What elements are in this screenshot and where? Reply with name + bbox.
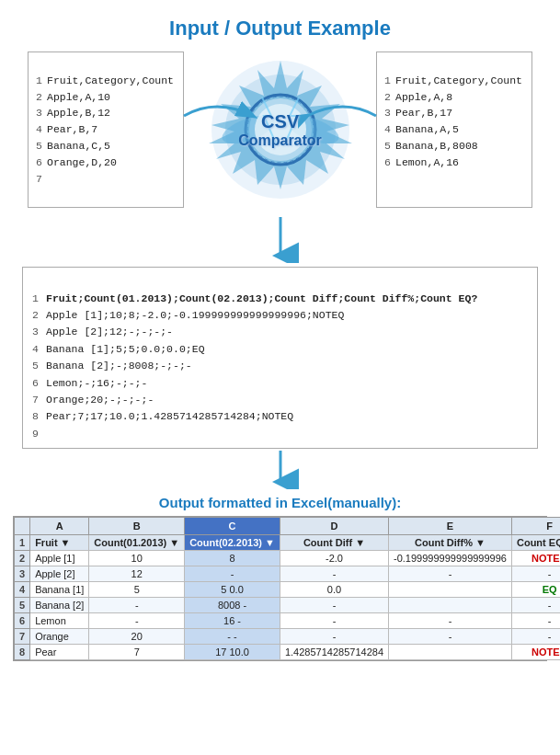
row-6-num: 6 <box>15 613 30 629</box>
cell-fruit-5: Banana [2] <box>30 598 89 613</box>
cell-fruit-8: Pear <box>30 645 89 660</box>
header-count02: Count(02.2013) ▼ <box>185 535 280 551</box>
cell-c01-5: - <box>89 598 185 613</box>
col-e-header: E <box>389 518 512 535</box>
table-row: 7 Orange 20 - - - - - <box>15 629 561 645</box>
input-right-csv: 1Fruit,Category,Count 2Apple,A,8 3Pear,B… <box>376 51 532 208</box>
cell-c02-2: 8 <box>185 551 280 566</box>
header-diff: Count Diff ▼ <box>280 535 388 551</box>
table-row: 8 Pear 7 17 10.0 1.4285714285714284 NOTE… <box>15 645 561 660</box>
row-3-num: 3 <box>15 566 30 582</box>
logo-csv-text: CSV <box>238 111 322 132</box>
cell-diffpct-5 <box>389 598 512 613</box>
col-a-header: A <box>30 518 89 535</box>
cell-diff-6: - <box>280 613 388 629</box>
cell-eq-8: NOTEQ <box>511 645 560 660</box>
table-row: 5 Banana [2] - 8008 - - - <box>15 598 561 613</box>
cell-fruit-6: Lemon <box>30 613 89 629</box>
row-7-num: 7 <box>15 629 30 645</box>
cell-diff-3: - <box>280 566 388 582</box>
cell-c01-6: - <box>89 613 185 629</box>
row-4-num: 4 <box>15 582 30 598</box>
col-d-header: D <box>280 518 388 535</box>
cell-c01-8: 7 <box>89 645 185 660</box>
cell-eq-6: - <box>511 613 560 629</box>
col-b-header: B <box>89 518 185 535</box>
cell-eq-3: - <box>511 566 560 582</box>
io-section: 1Fruit,Category,Count 2Apple,A,10 3Apple… <box>0 51 560 208</box>
cell-fruit-2: Apple [1] <box>30 551 89 566</box>
output-csv-box: 1Fruit;Count(01.2013);Count(02.2013);Cou… <box>22 267 538 449</box>
cell-diffpct-3: - <box>389 566 512 582</box>
cell-diffpct-4 <box>389 582 512 598</box>
cell-c02-8: 17 10.0 <box>185 645 280 660</box>
cell-diff-5: - <box>280 598 388 613</box>
page-title: Input / Output Example <box>0 0 560 51</box>
cell-diffpct-6: - <box>389 613 512 629</box>
cell-c02-4: 5 0.0 <box>185 582 280 598</box>
row-5-num: 5 <box>15 598 30 613</box>
cell-diffpct-8 <box>389 645 512 660</box>
row-1-num: 1 <box>15 535 30 551</box>
logo-comparator-text: Comparator <box>238 132 322 149</box>
header-fruit: Fruit ▼ <box>30 535 89 551</box>
header-eq: Count EQ? ▼ <box>511 535 560 551</box>
col-f-header: F <box>511 518 560 535</box>
cell-c02-5: 8008 - <box>185 598 280 613</box>
col-c-header: C <box>185 518 280 535</box>
col-name-row: 1 Fruit ▼ Count(01.2013) ▼ Count(02.2013… <box>15 535 561 551</box>
header-diffpct: Count Diff% ▼ <box>389 535 512 551</box>
cell-diff-8: 1.4285714285714284 <box>280 645 388 660</box>
cell-c01-3: 12 <box>89 566 185 582</box>
cell-eq-2: NOTEQ <box>511 551 560 566</box>
cell-diff-2: -2.0 <box>280 551 388 566</box>
table-row: 6 Lemon - 16 - - - - <box>15 613 561 629</box>
excel-table-wrap: A B C D E F 1 Fruit ▼ Count(01.2013) ▼ C… <box>13 516 547 661</box>
cell-diffpct-2: -0.199999999999999996 <box>389 551 512 566</box>
cell-diff-4: 0.0 <box>280 582 388 598</box>
cell-eq-4: EQ <box>511 582 560 598</box>
col-corner <box>15 518 30 535</box>
arrow-down-excel <box>0 451 560 489</box>
cell-c01-7: 20 <box>89 629 185 645</box>
excel-table: A B C D E F 1 Fruit ▼ Count(01.2013) ▼ C… <box>14 517 560 660</box>
arrow-down-container <box>0 217 560 263</box>
header-count01: Count(01.2013) ▼ <box>89 535 185 551</box>
cell-fruit-7: Orange <box>30 629 89 645</box>
logo-text: CSV Comparator <box>238 111 322 149</box>
excel-title: Output formatted in Excel(manually): <box>0 495 560 510</box>
table-row: 3 Apple [2] 12 - - - - <box>15 566 561 582</box>
col-letter-row: A B C D E F <box>15 518 561 535</box>
cell-diff-7: - <box>280 629 388 645</box>
row-2-num: 2 <box>15 551 30 566</box>
cell-fruit-3: Apple [2] <box>30 566 89 582</box>
cell-eq-5: - <box>511 598 560 613</box>
cell-fruit-4: Banana [1] <box>30 582 89 598</box>
table-row: 2 Apple [1] 10 8 -2.0 -0.199999999999999… <box>15 551 561 566</box>
arrow-down-svg <box>262 217 299 263</box>
cell-c02-6: 16 - <box>185 613 280 629</box>
input-left-csv: 1Fruit,Category,Count 2Apple,A,10 3Apple… <box>28 51 184 208</box>
cell-c01-4: 5 <box>89 582 185 598</box>
row-8-num: 8 <box>15 645 30 660</box>
cell-c01-2: 10 <box>89 551 185 566</box>
cell-eq-7: - <box>511 629 560 645</box>
table-row: 4 Banana [1] 5 5 0.0 0.0 EQ <box>15 582 561 598</box>
cell-c02-7: - - <box>185 629 280 645</box>
cell-diffpct-7: - <box>389 629 512 645</box>
arrow-down-excel-svg <box>262 451 299 489</box>
cell-c02-3: - <box>185 566 280 582</box>
